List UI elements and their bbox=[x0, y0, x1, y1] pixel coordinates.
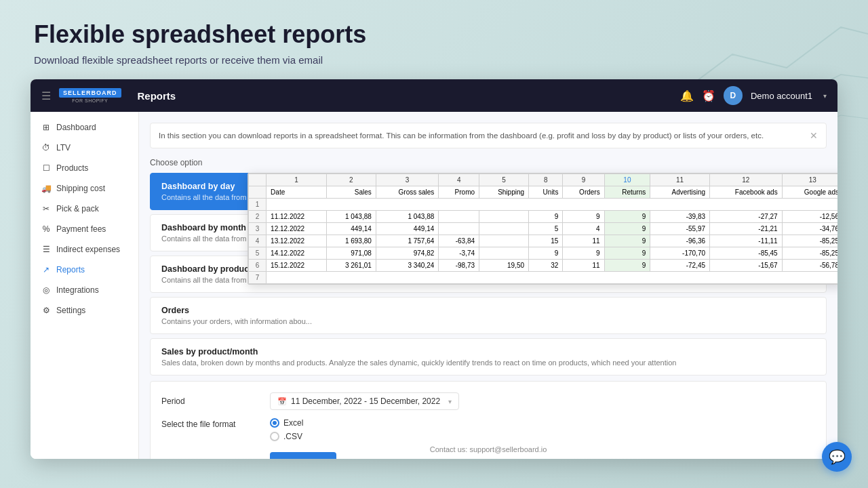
avatar: D bbox=[724, 86, 743, 105]
period-label: Period bbox=[161, 396, 270, 406]
row-num-header bbox=[249, 186, 267, 199]
page-hero: Flexible spreadsheet reports Download fl… bbox=[0, 0, 868, 79]
pick-pack-icon: ✂ bbox=[41, 204, 51, 214]
header-orders: Orders bbox=[563, 186, 604, 199]
hamburger-icon[interactable]: ☰ bbox=[41, 89, 51, 102]
navbar: ☰ SELLERBOARD FOR SHOPIFY Reports 🔔 ⏰ D … bbox=[31, 79, 837, 112]
logo-text: SELLERBOARD bbox=[59, 88, 121, 98]
history-icon[interactable]: ⏰ bbox=[702, 89, 715, 102]
header-facebook: Facebook ads bbox=[710, 186, 783, 199]
header-sales: Sales bbox=[326, 186, 376, 199]
col-13: 13 bbox=[782, 174, 837, 186]
period-text: 11 December, 2022 - 15 December, 2022 bbox=[291, 396, 440, 406]
header-units: Units bbox=[529, 186, 563, 199]
chat-bubble[interactable]: 💬 bbox=[822, 442, 852, 472]
option-sales-by-product-month[interactable]: Sales by product/month Sales data, broke… bbox=[150, 338, 827, 375]
navbar-title: Reports bbox=[138, 90, 680, 102]
header-gross: Gross sales bbox=[376, 186, 439, 199]
chat-icon: 💬 bbox=[829, 449, 846, 465]
table-row: 5 14.12.2022 971,08 974,82 -3,74 9 9 9 -… bbox=[249, 247, 838, 260]
col-12: 12 bbox=[710, 174, 783, 186]
choose-option-label: Choose option bbox=[150, 158, 827, 167]
sidebar-item-indirect[interactable]: ☰ Indirect expenses bbox=[31, 239, 138, 260]
col-4: 4 bbox=[439, 174, 479, 186]
option-desc: Sales data, broken down by months and pr… bbox=[161, 359, 815, 367]
col-5: 5 bbox=[479, 174, 529, 186]
sidebar-item-label: Payment fees bbox=[56, 224, 106, 234]
account-chevron: ▾ bbox=[823, 92, 827, 100]
navbar-actions: 🔔 ⏰ D Demo account1 ▾ bbox=[680, 86, 827, 105]
period-row: Period 📅 11 December, 2022 - 15 December… bbox=[161, 392, 815, 410]
option-orders[interactable]: Orders Contains your orders, with inform… bbox=[150, 297, 827, 334]
col-10: 10 bbox=[604, 174, 650, 186]
radio-excel-inner bbox=[273, 421, 277, 425]
period-chevron: ▾ bbox=[448, 398, 452, 405]
header-promo: Promo bbox=[439, 186, 479, 199]
format-label: Select the file format bbox=[161, 418, 270, 429]
account-label[interactable]: Demo account1 bbox=[751, 91, 812, 101]
sidebar-item-label: Dashboard bbox=[56, 123, 96, 132]
sidebar-item-reports[interactable]: ↗ Reports bbox=[31, 260, 138, 280]
ltv-icon: ⏱ bbox=[41, 143, 51, 152]
sidebar-item-shipping[interactable]: 🚚 Shipping cost bbox=[31, 178, 138, 199]
page-headline: Flexible spreadsheet reports bbox=[34, 20, 834, 49]
table-row: 4 13.12.2022 1 693,80 1 757,64 -63,84 15… bbox=[249, 235, 838, 247]
info-banner-text: In this section you can download reports… bbox=[159, 131, 764, 140]
format-csv-label: .CSV bbox=[283, 432, 302, 441]
table-row: 6 15.12.2022 3 261,01 3 340,24 -98,73 19… bbox=[249, 260, 838, 272]
table-row: 1 bbox=[249, 199, 838, 211]
col-3: 3 bbox=[376, 174, 439, 186]
app-logo: SELLERBOARD FOR SHOPIFY bbox=[59, 88, 121, 103]
contact-footer: Contact us: support@sellerboard.io bbox=[139, 445, 837, 453]
col-header-row bbox=[249, 174, 267, 186]
format-csv[interactable]: .CSV bbox=[270, 432, 303, 441]
main-layout: ⊞ Dashboard ⏱ LTV ☐ Products 🚚 Shipping … bbox=[31, 112, 837, 459]
sidebar-item-ltv[interactable]: ⏱ LTV bbox=[31, 138, 138, 158]
sidebar-item-label: Indirect expenses bbox=[56, 245, 120, 254]
content-area: In this section you can download reports… bbox=[139, 112, 837, 459]
header-returns: Returns bbox=[604, 186, 650, 199]
info-banner: In this section you can download reports… bbox=[150, 123, 827, 148]
spreadsheet-overlay: 1 2 3 4 5 8 9 10 11 12 13 bbox=[248, 173, 837, 285]
close-icon[interactable]: ✕ bbox=[810, 130, 818, 141]
header-google: Google ads bbox=[782, 186, 837, 199]
sidebar: ⊞ Dashboard ⏱ LTV ☐ Products 🚚 Shipping … bbox=[31, 112, 139, 459]
col-2: 2 bbox=[326, 174, 376, 186]
integrations-icon: ◎ bbox=[41, 285, 51, 295]
sidebar-item-products[interactable]: ☐ Products bbox=[31, 158, 138, 178]
col-9: 9 bbox=[563, 174, 604, 186]
shipping-icon: 🚚 bbox=[41, 184, 51, 193]
radio-csv-outer bbox=[270, 432, 279, 441]
products-icon: ☐ bbox=[41, 163, 51, 173]
spreadsheet-table: 1 2 3 4 5 8 9 10 11 12 13 bbox=[248, 174, 837, 284]
payment-icon: % bbox=[41, 224, 51, 234]
sidebar-item-label: Shipping cost bbox=[56, 184, 105, 193]
indirect-icon: ☰ bbox=[41, 245, 51, 254]
calendar-icon: 📅 bbox=[277, 397, 287, 406]
sidebar-item-label: Reports bbox=[56, 265, 85, 274]
period-picker[interactable]: 📅 11 December, 2022 - 15 December, 2022 … bbox=[270, 392, 459, 410]
format-options: Excel .CSV bbox=[270, 418, 303, 441]
logo-sub: FOR SHOPIFY bbox=[72, 98, 108, 103]
format-excel[interactable]: Excel bbox=[270, 418, 303, 428]
dashboard-icon: ⊞ bbox=[41, 123, 51, 132]
sidebar-item-pick-pack[interactable]: ✂ Pick & pack bbox=[31, 199, 138, 219]
page-subheadline: Download flexible spreadsheet reports or… bbox=[34, 54, 834, 66]
table-row: 3 12.12.2022 449,14 449,14 5 4 9 -55,97 … bbox=[249, 223, 838, 235]
sidebar-item-dashboard[interactable]: ⊞ Dashboard bbox=[31, 117, 138, 138]
col-11: 11 bbox=[650, 174, 710, 186]
header-date: Date bbox=[267, 186, 327, 199]
sidebar-item-label: LTV bbox=[56, 143, 71, 152]
header-shipping: Shipping bbox=[479, 186, 529, 199]
notification-icon[interactable]: 🔔 bbox=[680, 89, 694, 102]
settings-icon: ⚙ bbox=[41, 306, 51, 315]
sidebar-item-settings[interactable]: ⚙ Settings bbox=[31, 300, 138, 321]
sidebar-item-integrations[interactable]: ◎ Integrations bbox=[31, 280, 138, 300]
col-8: 8 bbox=[529, 174, 563, 186]
sidebar-item-payment[interactable]: % Payment fees bbox=[31, 219, 138, 239]
contact-text: Contact us: support@sellerboard.io bbox=[430, 445, 547, 453]
option-title: Orders bbox=[161, 306, 815, 315]
sidebar-item-label: Settings bbox=[56, 306, 85, 315]
sidebar-item-label: Products bbox=[56, 163, 88, 173]
format-excel-label: Excel bbox=[283, 418, 303, 428]
